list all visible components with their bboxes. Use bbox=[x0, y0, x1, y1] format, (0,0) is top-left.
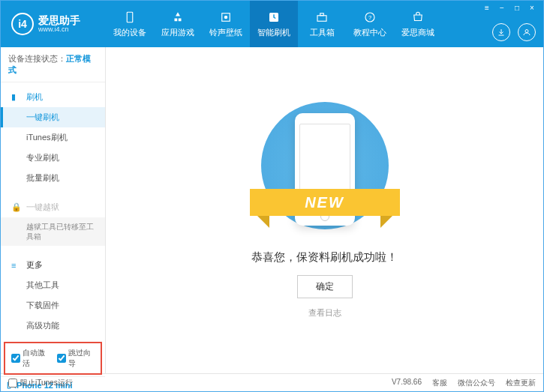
window-controls: ≡ − □ × bbox=[482, 4, 537, 13]
sidebar-item-pro[interactable]: 专业刷机 bbox=[1, 148, 105, 168]
logo: i4 爱思助手 www.i4.cn bbox=[1, 13, 106, 35]
sidebar-more-header[interactable]: ≡更多 bbox=[1, 255, 105, 275]
device-icon bbox=[122, 10, 137, 24]
nav-shop[interactable]: 爱思商城 bbox=[394, 1, 442, 47]
block-itunes-checkbox[interactable]: 阻止iTunes运行 bbox=[8, 378, 73, 388]
flash-icon bbox=[266, 10, 281, 24]
sidebar-item-advanced[interactable]: 高级功能 bbox=[1, 316, 105, 336]
maximize-icon[interactable]: □ bbox=[512, 4, 522, 13]
success-illustration: NEW bbox=[250, 102, 400, 237]
account-button[interactable] bbox=[518, 23, 536, 41]
nav-media[interactable]: 铃声壁纸 bbox=[202, 1, 250, 47]
svg-point-8 bbox=[525, 30, 528, 33]
top-nav: 我的设备 应用游戏 铃声壁纸 智能刷机 工具箱 ?教程中心 爱思商城 bbox=[106, 1, 442, 47]
sidebar-item-other[interactable]: 其他工具 bbox=[1, 275, 105, 295]
nav-toolbox[interactable]: 工具箱 bbox=[298, 1, 346, 47]
nav-flash[interactable]: 智能刷机 bbox=[250, 1, 298, 47]
close-icon[interactable]: × bbox=[527, 4, 537, 13]
help-icon: ? bbox=[362, 10, 377, 24]
svg-rect-0 bbox=[127, 12, 133, 22]
skip-guide-checkbox[interactable]: 跳过向导 bbox=[57, 348, 95, 369]
main-content: NEW 恭喜您，保资料刷机成功啦！ 确定 查看日志 bbox=[106, 47, 543, 373]
header: i4 爱思助手 www.i4.cn 我的设备 应用游戏 铃声壁纸 智能刷机 工具… bbox=[1, 1, 543, 47]
success-message: 恭喜您，保资料刷机成功啦！ bbox=[251, 250, 398, 265]
sidebar-jailbreak-header: 🔒一键越狱 bbox=[1, 197, 105, 217]
app-title: 爱思助手 bbox=[38, 15, 80, 25]
svg-point-2 bbox=[224, 15, 228, 19]
version-label: V7.98.66 bbox=[392, 378, 422, 388]
svg-rect-4 bbox=[317, 15, 326, 21]
sidebar-item-oneclick[interactable]: 一键刷机 bbox=[1, 107, 105, 127]
apps-icon bbox=[170, 10, 185, 24]
sidebar-flash-header[interactable]: ▮刷机 bbox=[1, 87, 105, 107]
nav-tutorials[interactable]: ?教程中心 bbox=[346, 1, 394, 47]
download-button[interactable] bbox=[492, 23, 510, 41]
app-url: www.i4.cn bbox=[38, 25, 80, 33]
sidebar-item-batch[interactable]: 批量刷机 bbox=[1, 168, 105, 188]
toolbox-icon bbox=[314, 10, 329, 24]
media-icon bbox=[218, 10, 233, 24]
shop-icon bbox=[410, 10, 425, 24]
sidebar-item-itunes[interactable]: iTunes刷机 bbox=[1, 127, 105, 148]
nav-my-device[interactable]: 我的设备 bbox=[106, 1, 154, 47]
jailbreak-note: 越狱工具已转移至工具箱 bbox=[1, 217, 105, 246]
view-log-link[interactable]: 查看日志 bbox=[308, 307, 341, 319]
svg-rect-5 bbox=[320, 13, 324, 15]
logo-icon: i4 bbox=[11, 13, 34, 35]
phone-icon: ▮ bbox=[11, 92, 22, 102]
new-ribbon: NEW bbox=[250, 189, 400, 216]
auto-activate-checkbox[interactable]: 自动激活 bbox=[11, 348, 50, 369]
footer-link-wechat[interactable]: 微信公众号 bbox=[458, 378, 495, 388]
connection-status: 设备连接状态：正常模式 bbox=[1, 47, 105, 82]
menu-icon[interactable]: ≡ bbox=[482, 4, 492, 13]
minimize-icon[interactable]: − bbox=[497, 4, 507, 13]
footer-link-support[interactable]: 客服 bbox=[432, 378, 447, 388]
sidebar: 设备连接状态：正常模式 ▮刷机 一键刷机 iTunes刷机 专业刷机 批量刷机 … bbox=[1, 47, 106, 373]
list-icon: ≡ bbox=[11, 261, 22, 270]
nav-apps[interactable]: 应用游戏 bbox=[154, 1, 202, 47]
svg-text:?: ? bbox=[368, 14, 371, 21]
footer-link-update[interactable]: 检查更新 bbox=[506, 378, 536, 388]
checkbox-row: 自动激活 跳过向导 bbox=[4, 342, 102, 375]
ok-button[interactable]: 确定 bbox=[297, 275, 353, 298]
lock-icon: 🔒 bbox=[11, 202, 22, 212]
sidebar-item-firmware[interactable]: 下载固件 bbox=[1, 295, 105, 316]
